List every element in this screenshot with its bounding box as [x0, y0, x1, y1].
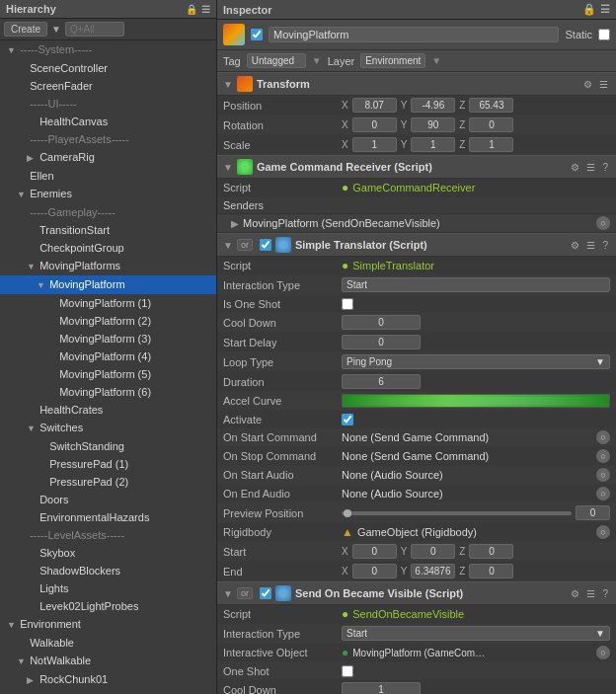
st-start-z-field[interactable] [469, 544, 513, 559]
scale-z-field[interactable] [469, 137, 513, 152]
list-item[interactable]: ScreenFader [0, 77, 216, 95]
list-item[interactable]: MovingPlatform (1) [0, 294, 216, 312]
list-item[interactable]: SceneController [0, 59, 216, 77]
list-item[interactable]: ▼ Environment [0, 615, 216, 634]
pos-z-field[interactable] [469, 98, 513, 113]
list-item[interactable]: MovingPlatform (3) [0, 330, 216, 347]
sobv-one-shot-checkbox[interactable] [342, 665, 353, 677]
sobv-settings-icon[interactable]: ⚙ [569, 588, 581, 599]
gcr-fold-arrow[interactable]: ▼ [223, 162, 233, 173]
scale-x-field[interactable] [352, 137, 397, 152]
list-item[interactable]: Levek02LightProbes [0, 597, 216, 615]
list-item[interactable]: CheckpointGroup [0, 239, 216, 257]
list-item[interactable]: EnvironmentalHazards [0, 508, 216, 526]
list-item[interactable]: Skybox [0, 544, 216, 562]
list-item[interactable]: Walkable [0, 634, 216, 652]
hierarchy-lock-icon[interactable]: 🔒 [186, 4, 197, 15]
st-toggle[interactable] [260, 239, 271, 251]
list-item[interactable]: ▶ CliffEdge02 [0, 689, 216, 694]
inspector-menu-icon[interactable]: ☰ [600, 3, 610, 16]
rot-z-field[interactable] [469, 117, 513, 132]
scale-y-field[interactable] [411, 137, 455, 152]
list-item[interactable]: -----Gameplay----- [0, 203, 216, 221]
st-interaction-type-dropdown[interactable]: Start [342, 277, 610, 292]
sobv-script-name[interactable]: SendOnBecameVisible [352, 608, 464, 620]
list-item[interactable]: HealthCrates [0, 401, 216, 419]
create-dropdown-arrow[interactable]: ▼ [51, 24, 61, 35]
st-loop-type-dropdown[interactable]: Ping Pong ▼ [342, 354, 610, 369]
pos-y-field[interactable] [411, 98, 455, 113]
list-item[interactable]: SwitchStanding [0, 437, 216, 455]
st-start-x-field[interactable] [352, 544, 397, 559]
list-item[interactable]: ▼ NotWalkable [0, 652, 216, 670]
sender-item[interactable]: ▶ MovingPlatform (SendOnBecameVisible) ○ [217, 214, 616, 233]
list-item[interactable]: PressurePad (2) [0, 473, 216, 491]
static-checkbox[interactable] [598, 29, 610, 40]
list-item[interactable]: -----LevelAssets----- [0, 526, 216, 544]
st-help-icon[interactable]: ? [600, 240, 610, 251]
st-activate-checkbox[interactable] [342, 414, 353, 425]
st-end-x-field[interactable] [352, 564, 397, 578]
rot-y-field[interactable] [411, 117, 455, 132]
st-on-start-audio-btn[interactable]: ○ [596, 468, 610, 482]
sobv-toggle[interactable] [260, 587, 271, 599]
sobv-help-icon[interactable]: ? [600, 588, 610, 599]
list-item[interactable]: ▼ -----System----- [0, 40, 216, 59]
object-active-checkbox[interactable] [251, 29, 263, 40]
list-item[interactable]: Lights [0, 579, 216, 597]
st-one-shot-checkbox[interactable] [342, 298, 353, 310]
gcr-menu-icon[interactable]: ☰ [584, 162, 597, 173]
st-end-z-field[interactable] [469, 564, 513, 578]
st-start-delay-field[interactable] [342, 335, 421, 349]
list-item[interactable]: ▼ MovingPlatforms [0, 257, 216, 275]
list-item[interactable]: ▶ CameraRig [0, 148, 216, 167]
list-item[interactable]: ▼ Switches [0, 419, 216, 437]
pos-x-field[interactable] [352, 98, 397, 113]
list-item-selected[interactable]: ▼ MovingPlatform [0, 275, 216, 294]
inspector-lock-icon[interactable]: 🔒 [582, 3, 596, 16]
sobv-fold-arrow[interactable]: ▼ [223, 588, 233, 599]
st-accel-curve-bar[interactable] [342, 394, 610, 408]
transform-settings-icon[interactable]: ⚙ [581, 79, 594, 90]
gcr-script-name[interactable]: GameCommandReceiver [352, 182, 475, 193]
st-settings-icon[interactable]: ⚙ [569, 240, 581, 251]
search-input[interactable] [65, 22, 124, 37]
sobv-menu-icon[interactable]: ☰ [584, 588, 597, 599]
list-item[interactable]: MovingPlatform (4) [0, 347, 216, 365]
st-duration-field[interactable] [342, 374, 421, 389]
list-item[interactable]: ▼ Enemies [0, 185, 216, 203]
list-item[interactable]: Doors [0, 491, 216, 508]
object-name-field[interactable] [269, 27, 559, 42]
st-preview-pos-field[interactable] [576, 505, 610, 520]
st-rigidbody-btn[interactable]: ○ [596, 525, 610, 539]
st-preview-pos-slider[interactable] [342, 505, 610, 520]
list-item[interactable]: ShadowBlockers [0, 562, 216, 579]
hierarchy-menu-icon[interactable]: ☰ [201, 4, 210, 15]
transform-fold-arrow[interactable]: ▼ [223, 79, 233, 90]
gcr-settings-icon[interactable]: ⚙ [569, 162, 581, 173]
sobv-interaction-type-dropdown[interactable]: Start ▼ [342, 626, 610, 641]
st-end-y-field[interactable] [411, 564, 455, 578]
st-on-stop-command-btn[interactable]: ○ [596, 449, 610, 463]
list-item[interactable]: Ellen [0, 167, 216, 185]
st-start-y-field[interactable] [411, 544, 455, 559]
list-item[interactable]: -----UI----- [0, 95, 216, 113]
st-fold-arrow[interactable]: ▼ [223, 240, 233, 251]
list-item[interactable]: -----PlayerAssets----- [0, 130, 216, 148]
st-script-name[interactable]: SimpleTranslator [352, 260, 434, 271]
list-item[interactable]: MovingPlatform (5) [0, 365, 216, 383]
list-item[interactable]: TransitionStart [0, 221, 216, 239]
create-button[interactable]: Create [4, 22, 47, 37]
layer-dropdown[interactable]: Environment [360, 53, 425, 68]
st-cool-down-field[interactable] [342, 315, 421, 330]
st-menu-icon[interactable]: ☰ [584, 240, 597, 251]
st-on-end-audio-btn[interactable]: ○ [596, 487, 610, 501]
transform-menu-icon[interactable]: ☰ [597, 79, 610, 90]
sender-select-btn[interactable]: ○ [596, 216, 610, 230]
list-item[interactable]: MovingPlatform (6) [0, 383, 216, 401]
sobv-cool-down-field[interactable] [342, 682, 421, 694]
tag-dropdown[interactable]: Untagged [247, 53, 306, 68]
list-item[interactable]: HealthCanvas [0, 113, 216, 130]
list-item[interactable]: ▶ RockChunk01 [0, 670, 216, 689]
sobv-interactive-obj-btn[interactable]: ○ [596, 646, 610, 659]
